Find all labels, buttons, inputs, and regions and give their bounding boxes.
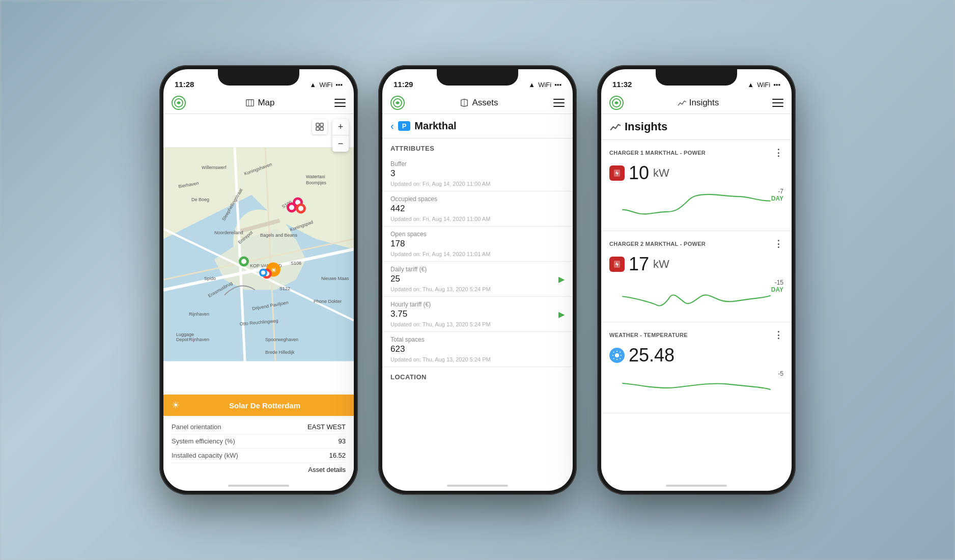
insights-nav-icon [677,98,686,107]
wifi-icon-1: WiFi [319,81,332,89]
nav-title-text-2: Assets [472,98,498,108]
chart1-menu[interactable]: ⋮ [774,147,783,158]
solar-info-panel: ☀ Solar De Rotterdam [163,395,354,416]
signal-icon-3: ▲ [747,81,754,89]
asset-header: ‹ P Markthal [382,114,573,138]
svg-text:Depot: Depot [176,337,189,342]
chart1-period: DAY [771,195,783,202]
buffer-value: 3 [390,169,565,179]
insights-page-icon [609,121,621,132]
chart1-sparkline-container: -7 DAY [609,188,783,223]
svg-rect-1 [246,99,254,106]
svg-text:Brede Hilledijk: Brede Hilledijk [265,350,295,355]
svg-text:Rijnhaven: Rijnhaven [189,312,209,317]
svg-text:Rijnhaven: Rijnhaven [189,337,209,342]
cloud-icon-svg [612,351,622,360]
notch-3 [656,69,737,86]
detail-row-link[interactable]: Asset details [172,463,346,477]
daily-tariff-arrow: ▶ [558,274,565,284]
battery-icon-1: ▪▪▪ [335,81,343,89]
chart1-value-row: 10 kW [609,162,783,184]
chart2-delta: -15 [771,279,783,286]
back-button[interactable]: ‹ [390,120,394,132]
hourly-tariff-label: Hourly tariff (€) [390,301,565,308]
battery-icon-2: ▪▪▪ [554,81,561,89]
charger1-icon [609,165,625,181]
notch-2 [437,69,518,86]
phone-map: 11:28 ▲ WiFi ▪▪▪ [159,65,358,495]
daily-tariff-updated: Updated on: Thu, Aug 13, 2020 5:24 PM [390,286,565,292]
nav-title-text-1: Map [258,98,274,108]
hourly-tariff-updated: Updated on: Thu, Aug 13, 2020 5:24 PM [390,321,565,327]
asset-content[interactable]: ATTRIBUTES Buffer 3 Updated on: Fri, Aug… [382,138,573,481]
solar-panel-title: Solar De Rotterdam [184,401,346,410]
chart-weather: WEATHER - TEMPERATURE ⋮ 25.48 [601,322,792,413]
detail-row-orientation: Panel orientation EAST WEST [172,420,346,434]
nav-title-3: Insights [677,98,719,108]
attribute-hourly-tariff: Hourly tariff (€) 3.75 Updated on: Thu, … [382,297,573,332]
attribute-buffer: Buffer 3 Updated on: Fri, Aug 14, 2020 1… [382,156,573,191]
svg-text:De Boeg: De Boeg [191,197,209,202]
attribute-total-spaces: Total spaces 623 Updated on: Thu, Aug 13… [382,332,573,367]
open-value: 178 [390,239,565,249]
svg-text:Boompjes: Boompjes [306,180,327,185]
chart3-value: 25.48 [629,345,675,366]
svg-point-33 [289,205,294,210]
chart2-sparkline-container: -15 DAY [609,279,783,315]
chart-charger2: CHARGER 2 MARKTHAL - POWER ⋮ 17 kW [601,231,792,322]
open-updated: Updated on: Fri, Aug 14, 2020 11:01 AM [390,251,565,257]
hamburger-menu-3[interactable] [772,99,783,107]
wifi-icon-3: WiFi [757,81,770,89]
status-icons-1: ▲ WiFi ▪▪▪ [310,81,343,89]
detail-value-capacity: 16.52 [329,452,346,459]
weather-icon [609,348,625,363]
svg-text:Willemswerf: Willemswerf [202,165,227,170]
svg-rect-63 [320,127,323,130]
svg-text:Watertaxi: Watertaxi [306,174,325,179]
logo-svg-1 [174,98,184,108]
total-spaces-label: Total spaces [390,336,565,343]
status-time-3: 11:32 [612,80,632,89]
attributes-section-title: ATTRIBUTES [382,138,573,156]
logo-svg-3 [611,98,622,108]
map-container[interactable]: Bierhaven Watertaxi Boompjes Noordereila… [163,114,354,395]
svg-point-50 [261,271,265,275]
detail-label-efficiency: System efficiency (%) [172,437,235,445]
logo-svg-2 [392,98,403,108]
status-icons-2: ▲ WiFi ▪▪▪ [528,81,561,89]
chart2-meta: -15 DAY [771,279,783,293]
detail-row-efficiency: System efficiency (%) 93 [172,434,346,449]
app-logo-2 [390,96,405,110]
detail-label-capacity: Installed capacity (kW) [172,452,238,459]
map-controls[interactable]: + − [332,119,349,152]
chart2-menu[interactable]: ⋮ [774,238,783,249]
zoom-in-button[interactable]: + [332,119,349,135]
total-spaces-value: 623 [390,344,565,354]
svg-text:Spido: Spido [204,276,216,281]
map-expand-button[interactable] [312,119,327,134]
signal-icon-2: ▲ [528,81,535,89]
app-nav-1: Map [163,92,354,114]
svg-point-69 [615,353,619,357]
chart1-title: CHARGER 1 MARKTHAL - POWER [609,150,706,156]
svg-text:S122: S122 [279,286,290,291]
home-indicator-2 [382,481,573,491]
insights-content[interactable]: CHARGER 1 MARKTHAL - POWER ⋮ 10 kW [601,140,792,481]
svg-text:Bagels and Beans: Bagels and Beans [260,233,298,238]
hamburger-menu-1[interactable] [334,99,346,107]
svg-text:Spoorweghaven: Spoorweghaven [265,337,298,342]
nav-title-text-3: Insights [689,98,719,108]
map-nav-icon [245,98,255,107]
svg-rect-62 [316,127,319,130]
home-indicator-3 [601,481,792,491]
status-icons-3: ▲ WiFi ▪▪▪ [747,81,780,89]
charger2-icon-svg [613,260,621,268]
nav-title-1: Map [245,98,274,108]
detail-value-orientation: EAST WEST [307,423,346,431]
chart2-value: 17 [629,254,649,275]
zoom-out-button[interactable]: − [332,135,349,152]
hamburger-menu-2[interactable] [553,99,565,107]
wifi-icon-2: WiFi [538,81,551,89]
chart3-menu[interactable]: ⋮ [774,329,783,341]
asset-details-link[interactable]: Asset details [308,466,346,473]
